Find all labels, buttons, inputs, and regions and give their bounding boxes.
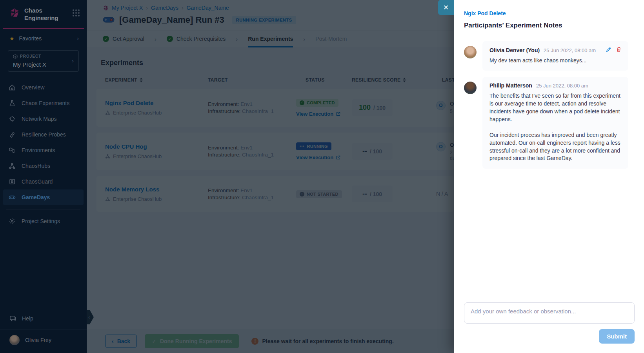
gamepad-icon bbox=[9, 194, 16, 201]
sidebar-item-favorites[interactable]: ★ Favorites › bbox=[0, 29, 87, 46]
score-value: -- bbox=[362, 147, 367, 155]
hub-icon bbox=[9, 162, 16, 169]
favorites-label: Favorites bbox=[19, 35, 42, 42]
sort-icon[interactable] bbox=[140, 78, 143, 82]
gameday-gamepad-icon bbox=[103, 16, 115, 24]
last-updated-na: N / A bbox=[436, 191, 448, 197]
tab-post-mortem[interactable]: Post-Mortem bbox=[315, 31, 347, 47]
breadcrumb: My Project X › GameDays › GameDay_Name bbox=[87, 0, 454, 11]
sidebar-collapse-handle[interactable]: ‹ bbox=[87, 310, 94, 324]
hub-label: Enterprise ChaosHub bbox=[113, 196, 162, 202]
sidebar-item-network-maps[interactable]: Network Maps bbox=[3, 111, 84, 127]
done-running-experiments-button[interactable]: ✓ Done Running Experiments bbox=[145, 334, 239, 348]
breadcrumb-link-project[interactable]: My Project X bbox=[112, 5, 143, 11]
tab-run-experiments[interactable]: Run Experiments bbox=[248, 31, 293, 47]
table-row: Nginx Pod Delete Enterprise ChaosHub Env… bbox=[96, 89, 454, 127]
stepper-tabs: ✓ Get Approval › ✓ Check Prerequisites ›… bbox=[87, 31, 454, 47]
env-label: Environment: bbox=[208, 145, 239, 151]
sidebar-item-environments[interactable]: Environments bbox=[3, 142, 84, 158]
tab-label: Post-Mortem bbox=[315, 36, 347, 42]
edit-note-button[interactable] bbox=[606, 47, 611, 52]
page-header: My Project X › GameDays › GameDay_Name [… bbox=[87, 0, 454, 31]
col-experiment: EXPERIMENT bbox=[105, 77, 137, 83]
col-target: TARGET bbox=[208, 77, 228, 83]
env-label: Environment: bbox=[208, 187, 239, 193]
table-row: Node CPU Hog Enterprise ChaosHub Environ… bbox=[96, 133, 454, 170]
chevron-right-icon: › bbox=[303, 36, 305, 42]
back-button[interactable]: ‹ Back bbox=[105, 335, 137, 348]
user-menu[interactable]: Olivia Frey bbox=[0, 329, 87, 353]
sort-icon[interactable] bbox=[403, 78, 406, 82]
project-name: My Project X bbox=[13, 61, 72, 68]
check-icon: ✓ bbox=[152, 338, 156, 344]
nav-label: ChaosHubs bbox=[22, 163, 50, 169]
infra-label: Infrastructure: bbox=[208, 152, 240, 158]
trash-icon bbox=[616, 47, 621, 52]
chaos-logo-icon bbox=[9, 8, 20, 18]
infra-value: ChaosInfra_1 bbox=[242, 152, 274, 158]
view-execution-link[interactable]: View Execution bbox=[296, 155, 340, 160]
user-name: Olivia Frey bbox=[25, 337, 51, 343]
comment-author: Philip Matterson bbox=[489, 82, 532, 89]
env-value: Env1 bbox=[240, 187, 253, 193]
resilience-score: -- / 100 bbox=[352, 186, 393, 202]
sidebar-item-resilience-probes[interactable]: Resilience Probes bbox=[3, 127, 84, 142]
hub-label: Enterprise ChaosHub bbox=[113, 110, 162, 116]
breadcrumb-link-gameday-name[interactable]: GameDay_Name bbox=[187, 5, 229, 11]
tab-get-approval[interactable]: ✓ Get Approval bbox=[103, 31, 144, 47]
experiment-link[interactable]: Node Memory Loss bbox=[105, 186, 208, 193]
delete-note-button[interactable] bbox=[616, 47, 621, 52]
comment-body: My dev team acts like chaos monkeys... bbox=[489, 57, 621, 65]
env-value: Env1 bbox=[240, 145, 253, 151]
sidebar-item-project-settings[interactable]: Project Settings bbox=[3, 213, 84, 229]
drawer-title: Participants’ Experiment Notes bbox=[464, 22, 635, 29]
nav-label: Environments bbox=[22, 147, 55, 153]
sidebar-item-gamedays[interactable]: GameDays bbox=[3, 189, 84, 205]
nav-label: ChaosGuard bbox=[22, 178, 53, 185]
sidebar-item-chaoshubs[interactable]: ChaosHubs bbox=[3, 158, 84, 174]
sidebar-item-chaosguard[interactable]: ChaosGuard bbox=[3, 174, 84, 189]
last-updated-by: Oliv bbox=[450, 101, 454, 107]
tab-label: Check Prerequisites bbox=[176, 36, 226, 42]
submit-button[interactable]: Submit bbox=[599, 329, 635, 344]
drawer-experiment-link[interactable]: Ngix Pod Delete bbox=[464, 10, 506, 16]
sidebar-item-chaos-experiments[interactable]: Chaos Experiments bbox=[3, 95, 84, 111]
comment-body: The benefits that I’ve seen so far from … bbox=[489, 92, 621, 162]
running-dots-icon: ••• bbox=[300, 144, 304, 148]
app-logo: Chaos Engineering bbox=[0, 0, 87, 22]
comment-card: Philip Matterson 25 Jun 2022, 08:00 am T… bbox=[482, 77, 628, 169]
check-icon: ✓ bbox=[300, 100, 304, 105]
nav-divider bbox=[6, 209, 80, 209]
view-execution-link[interactable]: View Execution bbox=[296, 111, 340, 117]
sidebar-item-overview[interactable]: Overview bbox=[3, 80, 84, 95]
avatar bbox=[464, 46, 477, 58]
score-max: / 100 bbox=[373, 105, 386, 111]
tab-check-prerequisites[interactable]: ✓ Check Prerequisites bbox=[167, 31, 226, 47]
nav-label: Overview bbox=[22, 84, 44, 91]
project-selector[interactable]: PROJECT My Project X › bbox=[8, 50, 79, 72]
chevron-right-icon: › bbox=[77, 35, 79, 42]
experiment-link[interactable]: Nginx Pod Delete bbox=[105, 100, 208, 106]
experiments-section: Experiments EXPERIMENT TARGET STATUS RES… bbox=[87, 47, 454, 212]
sidebar-item-help[interactable]: Help bbox=[0, 310, 87, 329]
breadcrumb-link-gamedays[interactable]: GameDays bbox=[151, 5, 178, 11]
external-link-icon bbox=[336, 155, 340, 160]
feedback-input[interactable] bbox=[464, 302, 635, 324]
avatar: O bbox=[436, 101, 446, 110]
comment-author: Olivia Denver (You) bbox=[489, 47, 540, 53]
hub-icon bbox=[105, 154, 110, 159]
comment-item: Olivia Denver (You) 25 Jun 2022, 08:00 a… bbox=[464, 41, 628, 71]
resilience-score: -- / 100 bbox=[352, 143, 393, 160]
star-icon: ★ bbox=[9, 35, 15, 42]
chevron-left-icon: ‹ bbox=[88, 314, 90, 320]
apps-grid-icon[interactable] bbox=[73, 9, 80, 16]
check-icon: ✓ bbox=[167, 36, 173, 42]
experiment-link[interactable]: Node CPU Hog bbox=[105, 143, 208, 150]
radar-icon bbox=[9, 115, 16, 122]
chevron-left-icon: ‹ bbox=[112, 338, 114, 344]
exclamation-icon: ! bbox=[300, 192, 304, 197]
close-button[interactable]: ✕ bbox=[438, 0, 454, 15]
infra-label: Infrastructure: bbox=[208, 195, 240, 200]
status-badge: ! NOT STARTED bbox=[296, 190, 342, 198]
sidebar-nav: Overview Chaos Experiments Network Maps … bbox=[0, 80, 87, 229]
